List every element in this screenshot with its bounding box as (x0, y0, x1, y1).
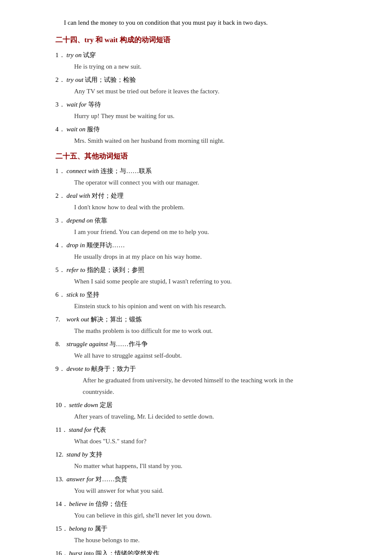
phrase-chinese: 对……负责 (95, 476, 127, 483)
entry-example: The house belongs to me. (55, 535, 349, 546)
entry-phrase: try on 试穿 (66, 49, 96, 61)
list-item: 8.struggle against 与……作斗争We all have to … (55, 338, 349, 361)
entry-example: The maths problem is too difficult for m… (55, 325, 349, 337)
list-item: 10．settle down 定居After years of travelin… (55, 399, 349, 422)
entry-number: 6． (55, 289, 66, 301)
phrase-chinese: 试穿 (83, 52, 96, 58)
list-item: 12.stand by 支持No matter what happens, I'… (55, 449, 349, 472)
list-item: 15．belong to 属于The house belongs to me. (55, 523, 349, 546)
entry-phrase: burst into 闯入；情绪的突然发作 (69, 548, 159, 555)
phrase-chinese: 服侍 (87, 126, 100, 133)
phrase-english: devote to (66, 365, 91, 372)
entry-example: You can believe in this girl, she'll nev… (55, 510, 349, 521)
entry-example: We all have to struggle against self-dou… (55, 350, 349, 361)
entry-phrase: belong to 属于 (69, 523, 107, 535)
entry-number: 15． (55, 523, 68, 535)
entry-number: 3． (55, 215, 66, 226)
entry-example: After years of traveling, Mr. Li decided… (55, 411, 349, 422)
intro-line: I can lend the money to you on condition… (55, 17, 349, 29)
entry-example: The operator will connect you with our m… (55, 177, 349, 188)
entry-example: No matter what happens, I'll stand by yo… (55, 460, 349, 472)
phrase-chinese: 等待 (88, 101, 101, 108)
entry-phrase: devote to 献身于；致力于 (66, 363, 136, 375)
entry-number: 9． (55, 363, 66, 375)
entry-number: 16． (55, 548, 68, 555)
list-item: 5．refer to 指的是；谈到；参照When I said some peo… (55, 264, 349, 287)
phrase-english: stand by (66, 451, 89, 458)
list-item: 3．wait for 等待Hurry up! They must be wait… (55, 99, 349, 122)
phrase-english: belong to (69, 525, 95, 532)
entry-phrase: stand for 代表 (69, 424, 106, 436)
entry-number: 14． (55, 498, 68, 510)
phrase-chinese: 闯入；情绪的突然发作 (95, 550, 159, 555)
entry-number: 8. (55, 338, 66, 350)
phrase-chinese: 试用；试验；检验 (85, 76, 136, 83)
phrase-chinese: 信仰；信任 (95, 500, 127, 507)
phrase-chinese: 依靠 (95, 217, 107, 224)
section-24-title: 二十四、try 和 wait 构成的动词短语 (55, 34, 349, 47)
entry-phrase: stick to 坚持 (66, 289, 99, 301)
phrase-chinese: 与……作斗争 (110, 341, 148, 347)
entry-example: He usually drops in at my place on his w… (55, 251, 349, 263)
entry-example: Any TV set must be tried out before it l… (55, 86, 349, 97)
entry-example: When I said some people are stupid, I wa… (55, 276, 349, 287)
entry-example: What does "U.S." stand for? (55, 436, 349, 447)
phrase-chinese: 指的是；谈到；参照 (87, 266, 144, 273)
list-item: 13.answer for 对……负责You will answer for w… (55, 474, 349, 497)
phrase-chinese: 解决；算出；锻炼 (91, 316, 142, 323)
phrase-chinese: 定居 (100, 402, 112, 408)
phrase-english: work out (66, 316, 91, 323)
phrase-english: connect with (66, 168, 101, 174)
phrase-english: struggle against (66, 341, 110, 347)
phrase-english: refer to (66, 266, 87, 273)
phrase-english: try on (66, 52, 83, 58)
list-item: 1．try on 试穿He is trying on a new suit. (55, 49, 349, 72)
phrase-english: burst into (69, 550, 95, 555)
phrase-english: depend on (66, 217, 95, 224)
section-25-title: 二十五、其他动词短语 (55, 150, 349, 163)
entry-number: 2． (55, 190, 66, 202)
phrase-english: stand for (69, 426, 93, 433)
entry-number: 5． (55, 264, 66, 276)
list-item: 2．try out 试用；试验；检验Any TV set must be tri… (55, 74, 349, 97)
entry-phrase: connect with 连接；与……联系 (66, 165, 152, 177)
phrase-chinese: 属于 (95, 525, 107, 532)
entry-example: I am your friend. You can depend on me t… (55, 226, 349, 238)
phrase-english: wait for (66, 101, 88, 108)
phrase-english: answer for (66, 476, 95, 483)
list-item: 6．stick to 坚持Einstein stuck to his opini… (55, 289, 349, 312)
entry-phrase: wait for 等待 (66, 99, 101, 110)
phrase-chinese: 顺便拜访…… (86, 242, 125, 249)
entry-number: 2． (55, 74, 66, 86)
phrase-chinese: 代表 (93, 426, 106, 433)
list-item: 4．wait on 服侍Mrs. Smith waited on her hus… (55, 124, 349, 147)
entry-example: He is trying on a new suit. (55, 61, 349, 72)
entry-phrase: try out 试用；试验；检验 (66, 74, 136, 86)
entry-number: 11． (55, 424, 68, 436)
entry-phrase: depend on 依靠 (66, 215, 107, 226)
entry-number: 13. (55, 474, 66, 485)
list-item: 4．drop in 顺便拜访……He usually drops in at m… (55, 240, 349, 263)
entry-phrase: work out 解决；算出；锻炼 (66, 314, 142, 325)
entry-example-continued: countryside. (55, 386, 349, 398)
list-item: 2．deal with 对付；处理I don't know how to dea… (55, 190, 349, 213)
entry-phrase: deal with 对付；处理 (66, 190, 124, 202)
entry-phrase: answer for 对……负责 (66, 474, 127, 485)
entry-phrase: believe in 信仰；信任 (69, 498, 127, 510)
entry-phrase: wait on 服侍 (66, 124, 100, 135)
phrase-english: believe in (69, 500, 95, 507)
phrase-english: try out (66, 76, 85, 83)
entry-number: 12. (55, 449, 66, 460)
entry-phrase: drop in 顺便拜访…… (66, 240, 125, 251)
entry-phrase: refer to 指的是；谈到；参照 (66, 264, 144, 276)
phrase-english: stick to (66, 291, 86, 298)
entry-example: You will answer for what you said. (55, 485, 349, 497)
list-item: 7.work out 解决；算出；锻炼The maths problem is … (55, 314, 349, 337)
entry-example: Einstein stuck to his opinion and went o… (55, 301, 349, 312)
phrase-chinese: 献身于；致力于 (91, 365, 136, 372)
phrase-english: drop in (66, 242, 86, 249)
phrase-english: wait on (66, 126, 87, 133)
entry-phrase: stand by 支持 (66, 449, 102, 460)
entry-phrase: struggle against 与……作斗争 (66, 338, 148, 350)
phrase-english: settle down (69, 402, 100, 408)
